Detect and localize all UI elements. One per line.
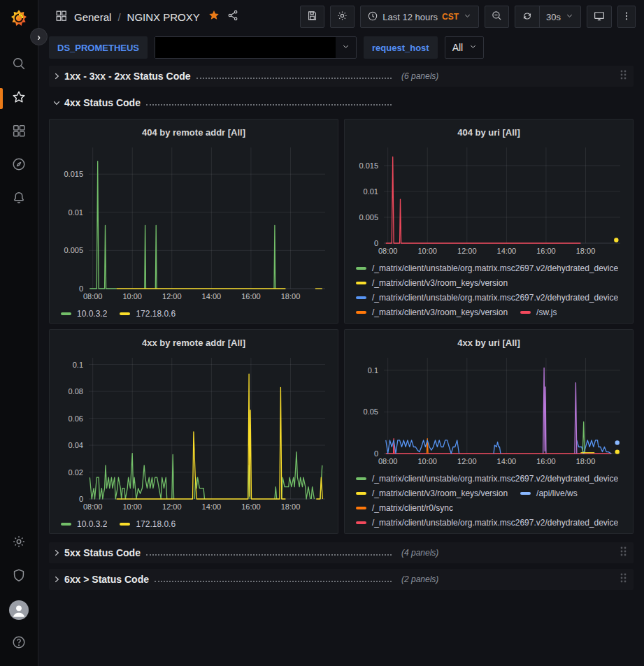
legend-label: /sw.js (536, 307, 557, 317)
svg-text:18:00: 18:00 (576, 247, 596, 255)
sidebar-item-starred[interactable] (0, 82, 38, 115)
time-series-chart[interactable]: 08:0010:0012:0014:0016:0018:0000.0050.01… (57, 142, 331, 305)
legend-item[interactable]: /_matrix/client/unstable/org.matrix.msc2… (356, 516, 618, 529)
legend-label: /_matrix/client/v3/room_keys/version (372, 278, 508, 288)
row-drag-handle[interactable] (620, 69, 627, 83)
time-series-chart[interactable]: 08:0010:0012:0014:0016:0018:0000.0050.01… (352, 142, 626, 260)
svg-text:16:00: 16:00 (241, 292, 261, 301)
svg-text:0.02: 0.02 (69, 468, 83, 477)
grafana-logo[interactable] (8, 8, 29, 29)
row-drag-handle[interactable] (620, 572, 627, 586)
kebab-menu-button[interactable] (617, 6, 636, 28)
row-panel-count: (2 panels) (401, 574, 438, 584)
chevron-right-icon (49, 574, 64, 584)
variable-select-datasource[interactable] (155, 36, 357, 59)
sidebar-item-search[interactable] (0, 48, 38, 82)
panel-title[interactable]: 404 by remote addr [All] (57, 124, 331, 142)
sidebar-item-server-admin[interactable] (0, 560, 38, 593)
legend-item[interactable]: 10.0.3.2 (61, 307, 107, 320)
refresh-button[interactable] (515, 6, 539, 27)
svg-text:0.005: 0.005 (359, 213, 378, 222)
row-drag-handle[interactable] (620, 546, 627, 560)
refresh-interval-select[interactable]: 30s (539, 6, 580, 27)
legend-item[interactable]: /api/live/ws (520, 486, 578, 500)
monitor-icon (593, 10, 606, 24)
row-panel-count: (4 panels) (401, 548, 438, 558)
legend-item[interactable]: /_matrix/client/v3/room_keys/version (356, 276, 508, 289)
dashboard-title[interactable]: NGINX PROXY (127, 11, 200, 23)
zoom-out-button[interactable] (485, 6, 509, 28)
panel-title[interactable]: 4xx by uri [All] (352, 334, 626, 352)
legend-label: /_matrix/client/v3/room_keys/version (372, 307, 508, 317)
chevron-down-icon (463, 42, 483, 53)
legend-item[interactable]: 10.0.3.2 (61, 517, 107, 530)
chevron-down-icon (463, 11, 472, 22)
dashboard-settings-button[interactable] (330, 6, 355, 28)
panel-grid: 404 by remote addr [All] 08:0010:0012:00… (49, 119, 634, 534)
svg-text:12:00: 12:00 (457, 247, 477, 255)
legend-item[interactable]: 172.18.0.6 (120, 307, 176, 320)
svg-text:08:00: 08:00 (378, 457, 398, 465)
sidebar-item-dashboards[interactable] (0, 115, 38, 149)
legend-item[interactable]: /sw.js (520, 305, 557, 319)
legend-label: /_matrix/client/unstable/org.matrix.msc2… (372, 263, 618, 273)
row-5xx[interactable]: 5xx Status Code (4 panels) (49, 542, 634, 563)
panel-4xx-by-remote-addr: 4xx by remote addr [All] 08:0010:0012:00… (49, 329, 338, 534)
legend-item[interactable]: /_matrix/client/r0/sync (356, 501, 453, 514)
breadcrumb-folder[interactable]: General (74, 11, 111, 23)
sidebar-item-help[interactable] (0, 627, 38, 660)
svg-text:08:00: 08:00 (83, 502, 103, 511)
panel-title[interactable]: 404 by uri [All] (352, 124, 626, 142)
legend-label: 10.0.3.2 (77, 519, 107, 529)
legend-item[interactable]: /_matrix/client/unstable/org.matrix.msc2… (356, 261, 618, 275)
sidebar-item-explore[interactable] (0, 149, 38, 182)
legend-label: /_matrix/client/unstable/org.matrix.msc2… (372, 474, 618, 484)
row-title: 6xx > Status Code (64, 574, 149, 585)
legend-label: /_matrix/client/unstable/org.matrix.msc2… (372, 518, 618, 528)
zoom-out-icon (491, 10, 503, 24)
panel-title[interactable]: 4xx by remote addr [All] (57, 334, 331, 352)
sidebar (0, 0, 38, 666)
legend-swatch (61, 312, 71, 315)
tv-mode-button[interactable] (587, 6, 612, 28)
sidebar-item-configuration[interactable] (0, 526, 38, 560)
row-1xx-3xx-2xx[interactable]: 1xx - 3xx - 2xx Status Code (6 panels) (49, 66, 634, 87)
svg-text:0.015: 0.015 (359, 161, 378, 170)
request-host-value: All (452, 42, 464, 53)
share-icon[interactable] (227, 9, 239, 24)
header-actions: Last 12 hours CST (300, 6, 636, 28)
time-series-chart[interactable]: 08:0010:0012:0014:0016:0018:0000.020.040… (57, 352, 331, 516)
save-dashboard-button[interactable] (300, 6, 324, 28)
time-range-label: Last 12 hours (382, 12, 438, 22)
sidebar-nav-top (0, 48, 38, 216)
row-4xx[interactable]: 4xx Status Code (49, 92, 634, 113)
legend-item[interactable]: /_matrix/client/v3/room_keys/version (356, 486, 508, 500)
favorite-star-icon[interactable] (208, 9, 220, 24)
shield-icon (11, 567, 27, 586)
variable-select-request-host[interactable]: All (445, 36, 485, 59)
dashboard-content: 1xx - 3xx - 2xx Status Code (6 panels) 4… (38, 66, 644, 590)
sidebar-item-profile[interactable] (0, 593, 38, 627)
row-panel-count: (6 panels) (401, 71, 438, 81)
search-icon (11, 56, 27, 74)
panel-legend: 10.0.3.2172.18.0.6 (57, 516, 331, 530)
legend-label: /api/live/ws (536, 488, 578, 498)
compass-icon (11, 157, 27, 175)
svg-text:10:00: 10:00 (417, 457, 437, 465)
legend-item[interactable]: /_matrix/client/unstable/org.matrix.msc2… (356, 472, 618, 485)
row-dotted-leader (155, 581, 392, 582)
legend-label: 172.18.0.6 (136, 309, 176, 319)
sidebar-expand-button[interactable]: › (30, 28, 48, 45)
help-icon (11, 635, 27, 653)
row-6xx[interactable]: 6xx > Status Code (2 panels) (49, 569, 634, 590)
legend-item[interactable]: /_matrix/client/unstable/org.matrix.msc2… (356, 291, 618, 304)
legend-swatch (356, 311, 366, 314)
sidebar-item-alerting[interactable] (0, 182, 38, 216)
legend-item[interactable]: 172.18.0.6 (120, 517, 176, 530)
time-series-chart[interactable]: 08:0010:0012:0014:0016:0018:0000.050.1 (352, 352, 626, 470)
legend-label: /_matrix/client/r0/sync (372, 503, 453, 513)
legend-swatch (356, 282, 366, 284)
time-range-button[interactable]: Last 12 hours CST (361, 6, 478, 27)
gear-icon (11, 534, 27, 552)
legend-item[interactable]: /_matrix/client/v3/room_keys/version (356, 305, 508, 319)
